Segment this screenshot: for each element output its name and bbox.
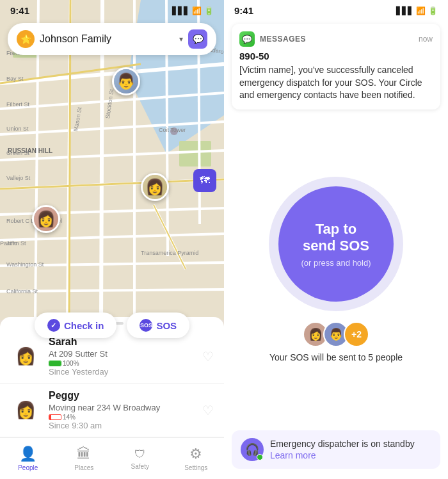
sarah-info: Sarah At 209 Sutter St 100% Since Yester…: [49, 336, 202, 377]
map-label-john-st: John St: [6, 240, 26, 247]
sarah-battery-text: 100%: [63, 360, 79, 367]
message-body: [Victim name], you've successfully cance…: [239, 64, 433, 102]
bottom-nav: 👤 People 🏛 Places 🛡 Safety ⚙ Settings: [0, 437, 224, 479]
chevron-down-icon: ▾: [179, 35, 183, 44]
check-icon: ✓: [47, 319, 60, 332]
places-nav-icon: 🏛: [77, 446, 91, 462]
checkin-label: Check in: [64, 320, 104, 331]
map-view-button[interactable]: 🗺: [193, 169, 216, 192]
settings-nav-icon: ⚙: [189, 446, 202, 462]
nav-people-label: People: [18, 464, 38, 471]
peggy-since: Since 9:30 am: [49, 421, 202, 430]
peggy-location: Moving near 234 W Broadway: [49, 403, 202, 412]
chat-icon[interactable]: 💬: [188, 29, 207, 49]
nav-places-label: Places: [74, 464, 93, 471]
imessage-icon: 💬: [239, 31, 255, 47]
sos-send-button[interactable]: Tap tosend SOS (or press and hold): [278, 186, 394, 302]
message-card: 💬 MESSAGES now 890-50 [Victim name], you…: [232, 24, 440, 110]
dispatcher-bar: 🎧 Emergency dispatcher is on standby Lea…: [232, 430, 440, 469]
checkin-button[interactable]: ✓ Check in: [35, 313, 117, 338]
status-icons-right: ▋▋▋ 📶 🔋: [396, 6, 438, 15]
status-time-right: 9:41: [234, 5, 253, 16]
action-buttons: ✓ Check in SOS SOS 🗺: [0, 313, 224, 338]
nav-settings-label: Settings: [184, 464, 207, 471]
nav-settings[interactable]: ⚙ Settings: [168, 446, 225, 471]
dispatcher-text: Emergency dispatcher is on standby: [270, 439, 415, 449]
right-panel: 9:41 ▋▋▋ 📶 🔋 💬 MESSAGES now 890-50 [Vict…: [224, 0, 448, 479]
recipient-avatar-count: +2: [344, 321, 369, 347]
sos-button[interactable]: SOS SOS: [127, 313, 189, 338]
map-label-washington: Washington St: [6, 261, 44, 268]
map-label-union: Union St: [6, 126, 29, 132]
sarah-since: Since Yesterday: [49, 367, 202, 377]
map-label-filbert: Filbert St: [6, 101, 29, 108]
message-app-name: MESSAGES: [260, 35, 413, 44]
recipients-section: 👩 👨 +2 Your SOS will be sent to 5 people: [269, 321, 403, 362]
wifi-icon-right: 📶: [416, 6, 426, 15]
peggy-battery-text: 14%: [63, 414, 76, 421]
family-selector[interactable]: ⭐ Johnson Family ▾ 💬: [8, 23, 216, 55]
sos-tap-text: Tap tosend SOS: [303, 221, 369, 255]
message-header: 💬 MESSAGES now: [239, 31, 433, 47]
recipients-text: Your SOS will be sent to 5 people: [269, 352, 403, 362]
avatar-group: 👩 👨 +2: [303, 321, 369, 347]
nav-places[interactable]: 🏛 Places: [56, 446, 113, 471]
online-indicator: [257, 454, 263, 460]
map-label-bay-st: Bay St: [6, 76, 24, 82]
learn-more-link[interactable]: Learn more: [270, 450, 316, 460]
status-icons-left: ▋▋▋ 📶 🔋: [172, 6, 214, 15]
map-avatar-female1[interactable]: 👩: [141, 173, 169, 201]
nav-safety[interactable]: 🛡 Safety: [112, 448, 168, 470]
message-time: now: [419, 35, 433, 44]
safety-nav-icon: 🛡: [134, 448, 146, 461]
battery-icon: 🔋: [204, 6, 214, 15]
map-label-coit: Coit Tower: [159, 127, 186, 133]
battery-icon-right: 🔋: [428, 6, 438, 15]
map-avatar-male[interactable]: 👨: [112, 67, 140, 95]
peggy-info: Peggy Moving near 234 W Broadway 14% Sin…: [49, 390, 202, 430]
sos-icon: SOS: [140, 319, 152, 332]
status-time-left: 9:41: [10, 5, 29, 16]
map-label-green: Green St: [6, 150, 29, 156]
status-bar-right: 9:41 ▋▋▋ 📶 🔋: [224, 0, 448, 19]
map-label-vallejo: Vallejo St: [6, 175, 30, 181]
peggy-heart-icon[interactable]: ♡: [202, 403, 214, 418]
svg-rect-3: [179, 141, 211, 166]
sos-sub-text: (or press and hold): [301, 258, 371, 268]
peggy-name: Peggy: [49, 390, 202, 402]
signal-icon-right: ▋▋▋: [396, 6, 413, 15]
left-panel: Fisherman's Wh Bay St Mason St Stockton …: [0, 0, 224, 479]
family-name: Johnson Family: [40, 33, 179, 45]
signal-icon: ▋▋▋: [172, 6, 189, 15]
dispatcher-info: Emergency dispatcher is on standby Learn…: [270, 438, 431, 461]
wifi-icon: 📶: [192, 6, 202, 15]
map-avatar-female2[interactable]: 👩: [32, 205, 60, 233]
person-item-peggy[interactable]: 👩 Peggy Moving near 234 W Broadway 14% S…: [0, 384, 224, 437]
sos-label: SOS: [156, 320, 177, 331]
map-icon: 🗺: [200, 175, 210, 186]
message-sender: 890-50: [239, 51, 433, 61]
nav-safety-label: Safety: [131, 463, 149, 470]
sarah-heart-icon[interactable]: ♡: [202, 349, 214, 364]
dispatcher-icon-wrap: 🎧: [241, 438, 264, 461]
sos-container: Tap tosend SOS (or press and hold) 👩 👨 +…: [224, 115, 448, 425]
nav-people[interactable]: 👤 People: [0, 446, 56, 471]
map-label-transamerica: Transamerica Pyramid: [141, 250, 198, 256]
sarah-location: At 209 Sutter St: [49, 349, 202, 359]
status-bar-left: 9:41 ▋▋▋ 📶 🔋: [0, 0, 224, 19]
family-star-icon: ⭐: [17, 30, 35, 48]
sos-outer-ring: Tap tosend SOS (or press and hold): [269, 177, 403, 311]
sarah-avatar: 👩: [10, 341, 41, 372]
peggy-avatar: 👩: [10, 395, 41, 426]
map-label-california: California St: [6, 288, 38, 295]
people-nav-icon: 👤: [19, 446, 36, 462]
